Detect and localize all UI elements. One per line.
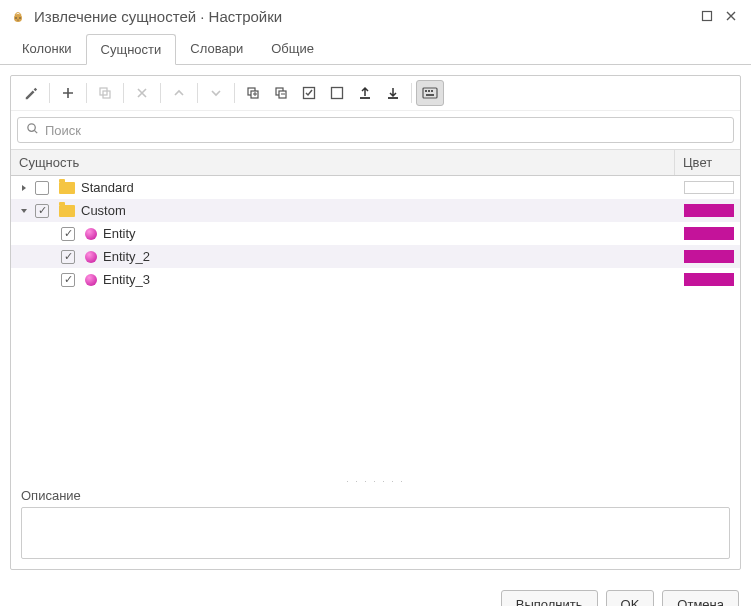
uncheck-all-button[interactable] xyxy=(323,80,351,106)
cancel-button[interactable]: Отмена xyxy=(662,590,739,606)
keyboard-button[interactable] xyxy=(416,80,444,106)
svg-rect-15 xyxy=(428,90,430,92)
tabs: Колонки Сущности Словари Общие xyxy=(0,34,751,65)
tree-row-label: Entity_3 xyxy=(103,272,684,287)
entity-icon xyxy=(85,228,97,240)
footer: Выполнить OK Отмена xyxy=(0,580,751,606)
checkbox[interactable] xyxy=(35,181,49,195)
add-button[interactable] xyxy=(54,80,82,106)
tab-dictionaries[interactable]: Словари xyxy=(176,34,257,64)
folder-icon xyxy=(59,205,75,217)
tree-row-label: Custom xyxy=(81,203,684,218)
svg-rect-4 xyxy=(703,12,712,21)
caret-right-icon[interactable] xyxy=(17,181,31,195)
settings-button[interactable] xyxy=(17,80,45,106)
resizer[interactable]: · · · · · · · xyxy=(11,478,740,488)
color-swatch[interactable] xyxy=(684,250,734,263)
tree-row[interactable]: Standard xyxy=(11,176,740,199)
app-icon xyxy=(10,8,26,24)
svg-point-3 xyxy=(17,19,18,20)
tree-row-label: Entity xyxy=(103,226,684,241)
tree[interactable]: StandardCustomEntityEntity_2Entity_3 xyxy=(11,176,740,478)
tab-columns[interactable]: Колонки xyxy=(8,34,86,64)
column-color[interactable]: Цвет xyxy=(675,150,740,175)
color-swatch[interactable] xyxy=(684,227,734,240)
svg-point-18 xyxy=(28,124,35,131)
tree-row-label: Standard xyxy=(81,180,684,195)
table-header: Сущность Цвет xyxy=(11,149,740,176)
svg-point-2 xyxy=(19,17,21,19)
entity-icon xyxy=(85,274,97,286)
maximize-button[interactable] xyxy=(697,6,717,26)
svg-rect-13 xyxy=(423,88,437,98)
caret-down-icon[interactable] xyxy=(17,204,31,218)
svg-rect-12 xyxy=(332,88,343,99)
description-input[interactable] xyxy=(21,507,730,559)
move-up-button[interactable] xyxy=(165,80,193,106)
main-panel: Сущность Цвет StandardCustomEntityEntity… xyxy=(10,75,741,570)
color-swatch[interactable] xyxy=(684,181,734,194)
tree-row-label: Entity_2 xyxy=(103,249,684,264)
collapse-all-button[interactable] xyxy=(267,80,295,106)
ok-button[interactable]: OK xyxy=(606,590,655,606)
tab-entities[interactable]: Сущности xyxy=(86,34,177,65)
checkbox[interactable] xyxy=(61,250,75,264)
checkbox[interactable] xyxy=(35,204,49,218)
tree-row[interactable]: Entity xyxy=(11,222,740,245)
svg-point-1 xyxy=(15,17,17,19)
svg-rect-17 xyxy=(426,94,434,96)
color-swatch[interactable] xyxy=(684,204,734,217)
search-input[interactable] xyxy=(45,123,725,138)
svg-rect-16 xyxy=(431,90,433,92)
delete-button[interactable] xyxy=(128,80,156,106)
tree-row[interactable]: Entity_3 xyxy=(11,268,740,291)
checkbox[interactable] xyxy=(61,273,75,287)
close-button[interactable] xyxy=(721,6,741,26)
folder-icon xyxy=(59,182,75,194)
column-entity[interactable]: Сущность xyxy=(11,150,675,175)
search-field[interactable] xyxy=(17,117,734,143)
tree-row[interactable]: Entity_2 xyxy=(11,245,740,268)
svg-rect-14 xyxy=(425,90,427,92)
window-title: Извлечение сущностей · Настройки xyxy=(34,8,693,25)
entity-icon xyxy=(85,251,97,263)
search-icon xyxy=(26,122,39,138)
tab-general[interactable]: Общие xyxy=(257,34,328,64)
run-button[interactable]: Выполнить xyxy=(501,590,598,606)
tree-row[interactable]: Custom xyxy=(11,199,740,222)
description-label: Описание xyxy=(21,488,730,503)
import-button[interactable] xyxy=(379,80,407,106)
expand-all-button[interactable] xyxy=(239,80,267,106)
checkbox[interactable] xyxy=(61,227,75,241)
check-all-button[interactable] xyxy=(295,80,323,106)
export-button[interactable] xyxy=(351,80,379,106)
move-down-button[interactable] xyxy=(202,80,230,106)
color-swatch[interactable] xyxy=(684,273,734,286)
title-bar: Извлечение сущностей · Настройки xyxy=(0,0,751,30)
toolbar xyxy=(11,76,740,111)
copy-button[interactable] xyxy=(91,80,119,106)
